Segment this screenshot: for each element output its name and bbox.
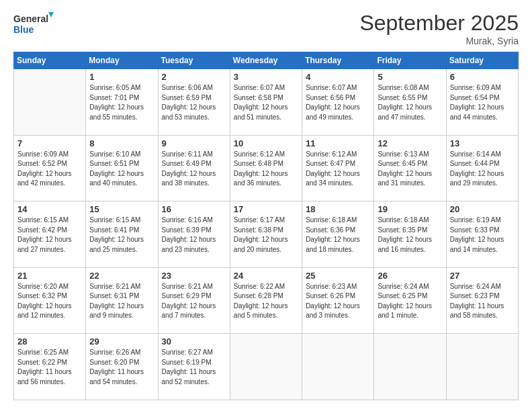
table-row: 11Sunrise: 6:12 AM Sunset: 6:47 PM Dayli… <box>302 135 374 201</box>
day-info: Sunrise: 6:12 AM Sunset: 6:47 PM Dayligh… <box>306 150 370 189</box>
week-row-1: 1Sunrise: 6:05 AM Sunset: 7:01 PM Daylig… <box>14 69 519 136</box>
table-row: 29Sunrise: 6:26 AM Sunset: 6:20 PM Dayli… <box>86 334 158 400</box>
day-number: 26 <box>378 271 442 281</box>
table-row: 13Sunrise: 6:14 AM Sunset: 6:44 PM Dayli… <box>446 135 518 201</box>
day-info: Sunrise: 6:20 AM Sunset: 6:32 PM Dayligh… <box>17 282 82 321</box>
day-number: 21 <box>17 271 82 281</box>
col-monday: Monday <box>86 52 158 69</box>
col-thursday: Thursday <box>302 52 374 69</box>
month-title: September 2025 <box>359 11 519 36</box>
table-row: 27Sunrise: 6:24 AM Sunset: 6:23 PM Dayli… <box>446 267 518 334</box>
calendar-table: Sunday Monday Tuesday Wednesday Thursday… <box>13 52 519 400</box>
table-row: 15Sunrise: 6:15 AM Sunset: 6:41 PM Dayli… <box>86 201 158 268</box>
table-row <box>230 334 302 400</box>
day-number: 20 <box>450 204 515 214</box>
table-row: 2Sunrise: 6:06 AM Sunset: 6:59 PM Daylig… <box>158 69 230 136</box>
day-info: Sunrise: 6:18 AM Sunset: 6:35 PM Dayligh… <box>378 216 442 255</box>
day-info: Sunrise: 6:15 AM Sunset: 6:41 PM Dayligh… <box>89 216 154 255</box>
logo-svg: General Blue <box>13 11 54 36</box>
table-row: 8Sunrise: 6:10 AM Sunset: 6:51 PM Daylig… <box>86 135 158 201</box>
day-number: 11 <box>306 138 370 148</box>
day-info: Sunrise: 6:19 AM Sunset: 6:33 PM Dayligh… <box>450 216 515 255</box>
col-tuesday: Tuesday <box>158 52 230 69</box>
day-info: Sunrise: 6:23 AM Sunset: 6:26 PM Dayligh… <box>306 282 370 321</box>
location: Murak, Syria <box>359 36 519 46</box>
day-number: 24 <box>234 271 298 281</box>
day-info: Sunrise: 6:12 AM Sunset: 6:48 PM Dayligh… <box>234 150 298 189</box>
day-info: Sunrise: 6:09 AM Sunset: 6:54 PM Dayligh… <box>450 83 515 122</box>
day-info: Sunrise: 6:11 AM Sunset: 6:49 PM Dayligh… <box>162 150 226 189</box>
day-number: 14 <box>17 204 82 214</box>
table-row: 24Sunrise: 6:22 AM Sunset: 6:28 PM Dayli… <box>230 267 302 334</box>
day-info: Sunrise: 6:18 AM Sunset: 6:36 PM Dayligh… <box>306 216 370 255</box>
day-info: Sunrise: 6:27 AM Sunset: 6:19 PM Dayligh… <box>162 348 226 387</box>
day-number: 25 <box>306 271 370 281</box>
day-number: 19 <box>378 204 442 214</box>
table-row: 28Sunrise: 6:25 AM Sunset: 6:22 PM Dayli… <box>14 334 86 400</box>
table-row: 26Sunrise: 6:24 AM Sunset: 6:25 PM Dayli… <box>374 267 446 334</box>
day-info: Sunrise: 6:05 AM Sunset: 7:01 PM Dayligh… <box>89 83 154 122</box>
table-row: 25Sunrise: 6:23 AM Sunset: 6:26 PM Dayli… <box>302 267 374 334</box>
table-row: 5Sunrise: 6:08 AM Sunset: 6:55 PM Daylig… <box>374 69 446 136</box>
day-number: 2 <box>162 72 226 82</box>
week-row-2: 7Sunrise: 6:09 AM Sunset: 6:52 PM Daylig… <box>14 135 519 201</box>
table-row: 14Sunrise: 6:15 AM Sunset: 6:42 PM Dayli… <box>14 201 86 268</box>
day-number: 18 <box>306 204 370 214</box>
day-number: 3 <box>234 72 298 82</box>
table-row <box>14 69 86 136</box>
day-info: Sunrise: 6:16 AM Sunset: 6:39 PM Dayligh… <box>162 216 226 255</box>
day-info: Sunrise: 6:17 AM Sunset: 6:38 PM Dayligh… <box>234 216 298 255</box>
day-info: Sunrise: 6:07 AM Sunset: 6:56 PM Dayligh… <box>306 83 370 122</box>
table-row: 10Sunrise: 6:12 AM Sunset: 6:48 PM Dayli… <box>230 135 302 201</box>
table-row: 22Sunrise: 6:21 AM Sunset: 6:31 PM Dayli… <box>86 267 158 334</box>
table-row: 18Sunrise: 6:18 AM Sunset: 6:36 PM Dayli… <box>302 201 374 268</box>
day-info: Sunrise: 6:10 AM Sunset: 6:51 PM Dayligh… <box>89 150 154 189</box>
day-info: Sunrise: 6:06 AM Sunset: 6:59 PM Dayligh… <box>162 83 226 122</box>
day-number: 13 <box>450 138 515 148</box>
day-number: 7 <box>17 138 82 148</box>
day-info: Sunrise: 6:25 AM Sunset: 6:22 PM Dayligh… <box>17 348 82 387</box>
day-info: Sunrise: 6:15 AM Sunset: 6:42 PM Dayligh… <box>17 216 82 255</box>
day-number: 17 <box>234 204 298 214</box>
calendar-header-row: Sunday Monday Tuesday Wednesday Thursday… <box>14 52 519 69</box>
day-number: 4 <box>306 72 370 82</box>
week-row-3: 14Sunrise: 6:15 AM Sunset: 6:42 PM Dayli… <box>14 201 519 268</box>
day-info: Sunrise: 6:21 AM Sunset: 6:29 PM Dayligh… <box>162 282 226 321</box>
day-info: Sunrise: 6:09 AM Sunset: 6:52 PM Dayligh… <box>17 150 82 189</box>
day-info: Sunrise: 6:24 AM Sunset: 6:25 PM Dayligh… <box>378 282 442 321</box>
table-row: 21Sunrise: 6:20 AM Sunset: 6:32 PM Dayli… <box>14 267 86 334</box>
table-row: 30Sunrise: 6:27 AM Sunset: 6:19 PM Dayli… <box>158 334 230 400</box>
table-row <box>374 334 446 400</box>
day-info: Sunrise: 6:08 AM Sunset: 6:55 PM Dayligh… <box>378 83 442 122</box>
col-saturday: Saturday <box>446 52 518 69</box>
day-info: Sunrise: 6:13 AM Sunset: 6:45 PM Dayligh… <box>378 150 442 189</box>
day-info: Sunrise: 6:26 AM Sunset: 6:20 PM Dayligh… <box>89 348 154 387</box>
day-number: 22 <box>89 271 154 281</box>
day-number: 15 <box>89 204 154 214</box>
logo: General Blue <box>13 11 54 36</box>
col-sunday: Sunday <box>14 52 86 69</box>
week-row-5: 28Sunrise: 6:25 AM Sunset: 6:22 PM Dayli… <box>14 334 519 400</box>
day-info: Sunrise: 6:21 AM Sunset: 6:31 PM Dayligh… <box>89 282 154 321</box>
svg-marker-2 <box>48 12 54 17</box>
day-number: 6 <box>450 72 515 82</box>
table-row <box>302 334 374 400</box>
table-row: 1Sunrise: 6:05 AM Sunset: 7:01 PM Daylig… <box>86 69 158 136</box>
table-row: 12Sunrise: 6:13 AM Sunset: 6:45 PM Dayli… <box>374 135 446 201</box>
day-number: 9 <box>162 138 226 148</box>
table-row: 7Sunrise: 6:09 AM Sunset: 6:52 PM Daylig… <box>14 135 86 201</box>
day-number: 16 <box>162 204 226 214</box>
day-number: 30 <box>162 336 226 347</box>
day-number: 12 <box>378 138 442 148</box>
table-row: 20Sunrise: 6:19 AM Sunset: 6:33 PM Dayli… <box>446 201 518 268</box>
table-row: 6Sunrise: 6:09 AM Sunset: 6:54 PM Daylig… <box>446 69 518 136</box>
day-number: 29 <box>89 336 154 347</box>
table-row: 9Sunrise: 6:11 AM Sunset: 6:49 PM Daylig… <box>158 135 230 201</box>
table-row: 19Sunrise: 6:18 AM Sunset: 6:35 PM Dayli… <box>374 201 446 268</box>
day-number: 5 <box>378 72 442 82</box>
day-info: Sunrise: 6:24 AM Sunset: 6:23 PM Dayligh… <box>450 282 515 321</box>
title-block: September 2025 Murak, Syria <box>359 11 519 46</box>
day-number: 1 <box>89 72 154 82</box>
col-wednesday: Wednesday <box>230 52 302 69</box>
day-number: 10 <box>234 138 298 148</box>
